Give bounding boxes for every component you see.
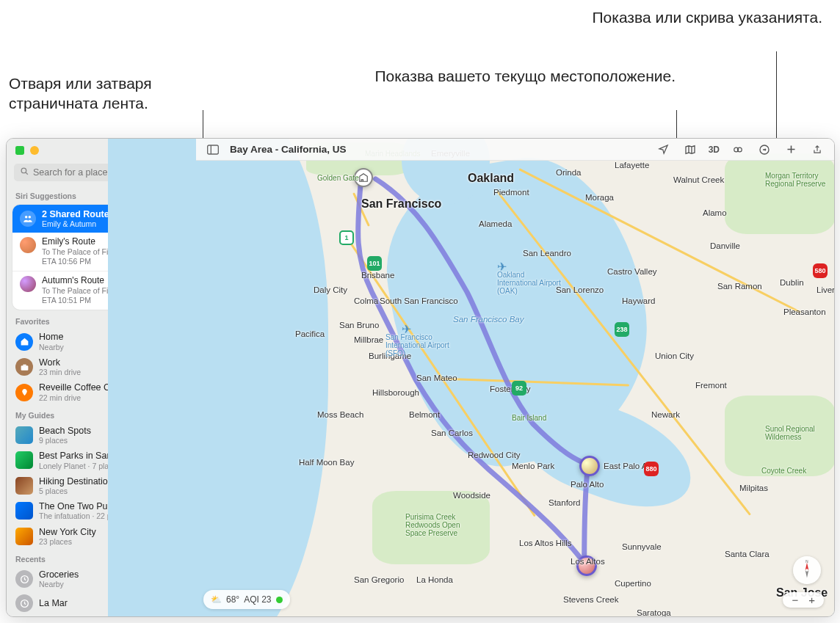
svg-rect-4 (21, 365, 28, 371)
guide-thumbnail (15, 426, 33, 444)
map-label: Moraga (585, 193, 614, 202)
guide-thumbnail (15, 528, 33, 545)
map-airport-label: San Francisco International Airport (SFO… (385, 333, 459, 357)
highway-shield: 238 (615, 322, 629, 337)
favorite-subtitle: 23 min drive (39, 368, 81, 376)
favorite-title: Work (39, 357, 81, 368)
map-label: Stanford (548, 498, 580, 507)
highway-shield: 880 (644, 462, 659, 476)
shared-routes-title: 2 Shared Routes (42, 209, 115, 219)
map-label: Fremont (695, 381, 727, 390)
zoom-window-button[interactable] (15, 146, 24, 155)
map-mode-button[interactable] (681, 142, 700, 158)
highway-shield: 580 (813, 263, 828, 278)
weather-aqi: AQI 23 (244, 594, 271, 605)
directions-button[interactable] (755, 142, 774, 158)
window-controls (15, 146, 39, 155)
compass-button[interactable]: N (793, 556, 821, 584)
map-label: Cupertino (615, 579, 651, 588)
favorite-subtitle: Nearby (39, 343, 64, 351)
look-around-button[interactable] (728, 142, 747, 158)
map-label: Hayward (622, 296, 655, 305)
clock-icon (15, 594, 33, 612)
map-park-label: Morgan Territory Regional Preserve (765, 172, 831, 188)
map-label: San Bruno (339, 321, 379, 329)
guide-subtitle: 23 places (39, 537, 96, 546)
zoom-controls: − + (783, 592, 824, 608)
toggle-sidebar-button[interactable] (203, 142, 222, 158)
map-label: San Carlos (431, 429, 473, 437)
map-label: Daly City (314, 285, 347, 294)
highway-shield: 101 (367, 256, 382, 271)
guide-subtitle: 9 places (39, 436, 91, 445)
map-label: Newark (651, 410, 680, 419)
callout-line (776, 51, 777, 147)
map-area[interactable]: Bay Area - California, US 3D (196, 139, 834, 616)
share-button[interactable] (808, 142, 827, 158)
recent-subtitle: Nearby (39, 580, 79, 589)
airport-icon: ✈︎ (402, 322, 412, 332)
map-label: South San Francisco (380, 296, 458, 305)
zoom-in-button[interactable]: + (805, 594, 818, 606)
favorite-title: Reveille Coffee Co. (39, 382, 117, 393)
recent-title: La Mar (39, 598, 68, 608)
aqi-indicator-icon (276, 597, 283, 603)
map-park-label: Purisima Creek Redwoods Open Space Prese… (405, 513, 471, 537)
favorite-subtitle: 22 min drive (39, 393, 117, 402)
map-label: Belmont (409, 410, 440, 419)
map-label: Hillsborough (372, 388, 419, 397)
weather-icon: ⛅ (211, 594, 222, 605)
map-label: Stevens Creek (563, 595, 618, 604)
map-label: Santa Clara (725, 550, 770, 558)
mode-3d-button[interactable]: 3D (707, 142, 721, 158)
weather-widget[interactable]: ⛅ 68° AQI 23 (203, 590, 290, 609)
map-label: Palo Alto (571, 480, 604, 489)
callout-sidebar: Отваря или затваря страничната лента. (9, 73, 200, 114)
map-label: Los Altos (571, 557, 605, 566)
person-pin-autumn[interactable] (579, 456, 600, 476)
zoom-out-button[interactable]: − (789, 594, 801, 606)
locate-button[interactable] (654, 142, 673, 158)
map-label: Los Altos Hills (519, 539, 572, 547)
map-label: Orinda (556, 168, 582, 177)
map-canvas[interactable]: ✈︎ ✈︎ San FranciscoOaklandSan JoseEmeryv… (196, 139, 834, 616)
minimize-window-button[interactable] (30, 146, 39, 155)
map-label: Saratoga (637, 608, 671, 617)
callout-directions: Показва или скрива указанията. (551, 7, 822, 27)
shared-routes-subtitle: Emily & Autumn (42, 219, 115, 228)
guide-thumbnail (15, 502, 33, 520)
guide-thumbnail (15, 451, 33, 469)
map-label: Dublin (780, 278, 804, 287)
map-label: Pleasanton (783, 307, 826, 316)
avatar (20, 276, 36, 292)
svg-point-3 (29, 216, 32, 219)
map-park-label: Bair Island (512, 414, 546, 422)
add-button[interactable] (781, 142, 800, 158)
guide-title: New York City (39, 527, 96, 537)
map-label: Brisbane (361, 271, 394, 280)
map-label: Walnut Creek (673, 175, 724, 184)
svg-rect-7 (208, 145, 219, 154)
map-label: Castro Valley (607, 267, 657, 276)
map-label: Menlo Park (512, 462, 554, 470)
map-label: San Mateo (416, 374, 457, 382)
map-label: Danville (710, 241, 740, 250)
airport-icon: ✈︎ (497, 260, 507, 270)
search-icon (20, 167, 29, 176)
svg-marker-14 (805, 563, 809, 571)
map-label: Piedmont (493, 188, 529, 197)
people-icon (20, 211, 36, 227)
map-label: Alameda (479, 219, 512, 228)
guide-thumbnail (15, 477, 33, 495)
guide-subtitle: 5 places (39, 487, 117, 495)
map-label: Pacifica (295, 329, 325, 338)
map-label: Alamo (703, 208, 727, 217)
weather-temp: 68° (226, 594, 239, 605)
map-label: Sunnyvale (622, 542, 662, 551)
guide-title: Hiking Destinations (39, 476, 117, 487)
map-park-label: Sunol Regional Wilderness (765, 425, 831, 441)
pin-icon (15, 384, 33, 401)
map-label: San Leandro (523, 249, 571, 258)
map-label: Woodside (453, 491, 490, 500)
map-label: Half Moon Bay (299, 458, 354, 467)
